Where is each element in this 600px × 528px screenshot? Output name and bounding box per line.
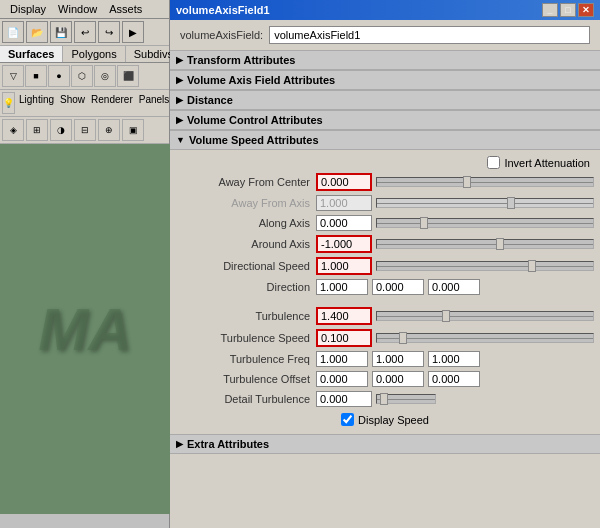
slider-thumb-5[interactable] [528, 260, 536, 272]
along-axis-slider[interactable] [376, 218, 594, 228]
slider-thumb-6[interactable] [442, 310, 450, 322]
turbulence-speed-label: Turbulence Speed [176, 332, 316, 344]
around-axis-input[interactable] [316, 235, 372, 253]
direction-input-3[interactable] [428, 279, 480, 295]
icon-row-2: ◈ ⊞ ◑ ⊟ ⊕ ▣ [0, 117, 169, 144]
tab-surfaces[interactable]: Surfaces [0, 46, 63, 62]
maximize-button[interactable]: □ [560, 3, 576, 17]
turbulence-freq-row: Turbulence Freq [176, 349, 594, 369]
icon-grid[interactable]: ⊟ [74, 119, 96, 141]
detail-turbulence-slider[interactable] [376, 394, 436, 404]
minimize-button[interactable]: _ [542, 3, 558, 17]
away-from-axis-slider [376, 198, 594, 208]
toolbar-btn-undo[interactable]: ↩ [74, 21, 96, 43]
slider-line-4 [377, 244, 593, 245]
icon-shading[interactable]: ◑ [50, 119, 72, 141]
directional-speed-row: Directional Speed [176, 255, 594, 277]
section-volume-control[interactable]: ▶ Volume Control Attributes [170, 110, 600, 130]
turbulence-speed-input[interactable] [316, 329, 372, 347]
icon-cylinder[interactable]: ⬡ [71, 65, 93, 87]
icon-material[interactable]: ◈ [2, 119, 24, 141]
icon-cone[interactable]: ▽ [2, 65, 24, 87]
icon-lighting[interactable]: 💡 [2, 92, 15, 114]
along-axis-row: Along Axis [176, 213, 594, 233]
turbulence-offset-input-1[interactable] [316, 371, 368, 387]
icon-plane[interactable]: ⬛ [117, 65, 139, 87]
menu-display[interactable]: Display [4, 2, 52, 16]
section-volume-speed-label: Volume Speed Attributes [189, 134, 319, 146]
section-transform[interactable]: ▶ Transform Attributes [170, 50, 600, 70]
icon-texture[interactable]: ⊞ [26, 119, 48, 141]
slider-thumb-7[interactable] [399, 332, 407, 344]
turbulence-offset-inputs [316, 371, 594, 387]
slider-thumb-4[interactable] [496, 238, 504, 250]
tab-polygons[interactable]: Polygons [63, 46, 125, 62]
section-distance[interactable]: ▶ Distance [170, 90, 600, 110]
turbulence-freq-input-3[interactable] [428, 351, 480, 367]
label-show: Show [58, 92, 87, 114]
away-from-axis-input[interactable] [316, 195, 372, 211]
section-distance-label: Distance [187, 94, 233, 106]
toolbar-btn-open[interactable]: 📂 [26, 21, 48, 43]
along-axis-input[interactable] [316, 215, 372, 231]
turbulence-offset-row: Turbulence Offset [176, 369, 594, 389]
slider-thumb-8[interactable] [380, 393, 388, 405]
away-from-axis-row: Away From Axis [176, 193, 594, 213]
turbulence-offset-input-3[interactable] [428, 371, 480, 387]
turbulence-speed-slider[interactable] [376, 333, 594, 343]
invert-attenuation-checkbox[interactable] [487, 156, 500, 169]
scroll-area[interactable]: ▶ Transform Attributes ▶ Volume Axis Fie… [170, 50, 600, 526]
display-speed-checkbox[interactable] [341, 413, 354, 426]
direction-inputs [316, 279, 594, 295]
slider-thumb-1[interactable] [463, 176, 471, 188]
turbulence-label: Turbulence [176, 310, 316, 322]
section-volume-axis[interactable]: ▶ Volume Axis Field Attributes [170, 70, 600, 90]
toolbar-btn-new[interactable]: 📄 [2, 21, 24, 43]
direction-input-1[interactable] [316, 279, 368, 295]
detail-turbulence-input[interactable] [316, 391, 372, 407]
directional-speed-input[interactable] [316, 257, 372, 275]
away-from-center-slider[interactable] [376, 177, 594, 187]
icon-sphere[interactable]: ● [48, 65, 70, 87]
turbulence-freq-label: Turbulence Freq [176, 353, 316, 365]
icon-snap[interactable]: ⊕ [98, 119, 120, 141]
away-from-axis-label: Away From Axis [176, 197, 316, 209]
slider-thumb-3[interactable] [420, 217, 428, 229]
toolbar-btn-render[interactable]: ▶ [122, 21, 144, 43]
icon-wire[interactable]: ▣ [122, 119, 144, 141]
close-button[interactable]: ✕ [578, 3, 594, 17]
icon-toolbar: ▽ ■ ● ⬡ ◎ ⬛ [0, 63, 169, 90]
section-volume-axis-label: Volume Axis Field Attributes [187, 74, 335, 86]
section-extra-label: Extra Attributes [187, 438, 269, 450]
turbulence-freq-input-2[interactable] [372, 351, 424, 367]
slider-thumb-2 [507, 197, 515, 209]
icon-torus[interactable]: ◎ [94, 65, 116, 87]
viewport-area: MA [0, 144, 170, 514]
label-renderer: Renderer [89, 92, 135, 114]
section-transform-label: Transform Attributes [187, 54, 295, 66]
directional-speed-slider[interactable] [376, 261, 594, 271]
around-axis-slider[interactable] [376, 239, 594, 249]
menu-assets[interactable]: Assets [103, 2, 148, 16]
display-speed-label: Display Speed [358, 414, 429, 426]
name-field-input[interactable] [269, 26, 590, 44]
away-from-center-input[interactable] [316, 173, 372, 191]
arrow-transform: ▶ [176, 55, 183, 65]
turbulence-offset-input-2[interactable] [372, 371, 424, 387]
toolbar-btn-save[interactable]: 💾 [50, 21, 72, 43]
arrow-volume-speed: ▼ [176, 135, 185, 145]
turbulence-slider[interactable] [376, 311, 594, 321]
menu-window[interactable]: Window [52, 2, 103, 16]
icon-cube[interactable]: ■ [25, 65, 47, 87]
section-extra[interactable]: ▶ Extra Attributes [170, 434, 600, 454]
toolbar-btn-redo[interactable]: ↪ [98, 21, 120, 43]
direction-label: Direction [176, 281, 316, 293]
turbulence-speed-row: Turbulence Speed [176, 327, 594, 349]
turbulence-freq-input-1[interactable] [316, 351, 368, 367]
direction-input-2[interactable] [372, 279, 424, 295]
turbulence-input[interactable] [316, 307, 372, 325]
tabs-row: Surfaces Polygons Subdivs [0, 46, 169, 63]
invert-attenuation-label: Invert Attenuation [504, 157, 590, 169]
slider-line-2 [377, 203, 593, 204]
section-volume-speed[interactable]: ▼ Volume Speed Attributes [170, 130, 600, 150]
